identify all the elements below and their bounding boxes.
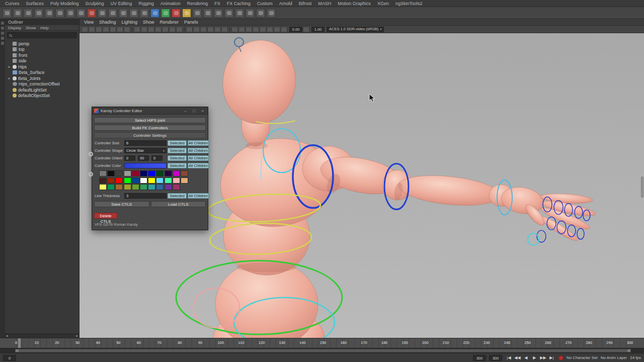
outliner-item-hips[interactable]: ▸Hips [5,64,79,70]
range-slider[interactable] [0,348,644,353]
toolbox-icon[interactable] [1,42,4,45]
exposure-icon[interactable] [281,27,287,32]
exposure-field[interactable]: 0.00 [289,27,302,32]
shelf-tab-custom[interactable]: Custom [257,1,273,6]
safe-action-icon[interactable] [169,27,176,32]
snap-curve-icon[interactable] [76,9,86,18]
outliner-item-persp[interactable]: persp [5,41,79,47]
shelf-tab-sculpting[interactable]: Sculpting [86,1,104,6]
screen-space-ao-icon[interactable] [253,27,259,32]
thickness-all-children-button[interactable]: All Children [188,193,209,199]
timeline-tick[interactable]: 270 [566,340,572,345]
safe-title-icon[interactable] [176,27,183,32]
outliner-hscrollbar[interactable]: ◂ ▸ [5,333,79,338]
nurbs-cube-icon[interactable] [203,9,212,18]
shape-all-children-button[interactable]: All Children [188,148,209,153]
timeline-tick[interactable]: 170 [361,340,367,345]
toolbox-icon[interactable] [1,22,4,25]
shelf-tab-mash[interactable]: MASH [318,1,331,6]
size-selected-button[interactable]: Selected [168,140,187,146]
color-swatch[interactable] [132,177,139,184]
extrude-icon[interactable] [224,9,233,18]
toolbox-icon[interactable] [1,32,4,35]
timeline-tick[interactable]: 10 [34,340,38,345]
film-gate-icon[interactable] [141,27,147,32]
current-frame-marker[interactable] [18,338,21,348]
orient-x-field[interactable]: 0 [124,155,135,161]
shelf-menu-icon[interactable] [3,9,12,18]
timeline-tick[interactable]: 40 [96,340,100,345]
viewport-menu-shading[interactable]: Shading [99,20,116,25]
pan-zoom-icon[interactable] [117,27,123,32]
size-handle-icon[interactable] [89,152,93,156]
use-all-lights-icon[interactable] [238,27,245,32]
timeline-tick[interactable]: 20 [55,340,59,345]
outliner-item-front[interactable]: front [5,52,79,58]
outliner-item-defaultobjectset[interactable]: defaultObjectSet [5,93,79,99]
go-to-start-button[interactable]: |◀ [505,355,513,360]
curve-ep-icon[interactable] [119,9,128,18]
color-swatch[interactable] [140,184,147,190]
animation-end-field[interactable]: 300 [489,355,502,361]
timeline-tick[interactable]: 150 [320,340,327,345]
close-icon[interactable] [199,109,206,113]
character-set-dropdown[interactable]: No Character Set [567,355,598,360]
bevel-icon[interactable] [214,9,223,18]
shelf-tab-animation[interactable]: Animation [160,1,181,6]
timeline-tick[interactable]: 100 [217,340,224,345]
step-back-button[interactable]: ◀◀ [514,355,521,360]
controller-size-field[interactable]: 6 [124,140,167,146]
resolution-gate-icon[interactable] [148,27,154,32]
lasso-tool-icon[interactable] [24,9,33,18]
scroll-left-icon[interactable]: ◂ [6,334,8,338]
shelf-tab-uv-editing[interactable]: UV Editing [111,1,132,6]
outliner-menu-display[interactable]: Display [8,26,21,30]
shelf-tab-fx-caching[interactable]: FX Caching [227,1,251,6]
color-swatch[interactable] [107,170,115,176]
color-swatch[interactable] [115,177,123,184]
multi-cut-icon[interactable] [235,9,244,18]
fps-indicator[interactable]: 24 fps [630,355,641,360]
grease-pencil-icon[interactable] [124,27,130,32]
build-fk-controllers-button[interactable]: Build FK Controllers [94,125,206,131]
outliner-item-hips-correctionoffset[interactable]: Hips_correctionOffset [5,81,79,87]
viewport-menu-view[interactable]: View [84,20,94,25]
default-material-icon[interactable] [231,27,238,32]
color-swatch[interactable] [107,177,115,184]
outliner-item-beta-joints[interactable]: ▸Beta_Joints [5,75,79,81]
timeline-tick[interactable]: 0 [15,340,17,345]
motion-blur-icon[interactable] [260,27,266,32]
viewport-menu-renderer[interactable]: Renderer [159,20,179,25]
isolate-select-icon[interactable] [200,27,207,32]
outliner-search-box[interactable] [7,32,77,38]
color-swatch[interactable] [165,184,172,190]
orient-y-field[interactable]: 90 [138,155,149,161]
timeline-tick[interactable]: 180 [381,340,388,345]
range-slider-bar[interactable] [15,349,631,352]
curve-cv-icon[interactable] [108,9,117,18]
color-swatch[interactable] [148,170,155,176]
pencil-curve-icon[interactable] [129,9,138,18]
thickness-selected-button[interactable]: Selected [168,193,187,199]
color-swatch[interactable] [99,170,107,176]
controller-color-slider[interactable] [124,163,167,168]
orient-z-field[interactable]: 0 [151,155,163,161]
poly-plane-icon[interactable] [182,9,191,18]
bookmark-icon[interactable] [103,27,109,32]
delete-ctls-button[interactable]: Delete CTLS [94,213,117,219]
search-input[interactable] [13,33,75,38]
current-frame-field[interactable]: 0 [3,355,16,361]
timeline-tick[interactable]: 240 [504,340,511,345]
time-slider[interactable]: 0102030405060708090100110120130140150160… [0,338,644,348]
outliner-item-top[interactable]: top [5,47,79,53]
color-swatch[interactable] [148,177,155,184]
shadows-icon[interactable] [246,27,252,32]
color-swatch[interactable] [181,170,188,176]
color-swatch[interactable] [99,177,107,184]
wireframe-on-shaded-icon[interactable] [221,27,228,32]
xray-icon[interactable] [207,27,214,32]
orient-handle-icon[interactable] [89,172,93,176]
poly-sphere-icon[interactable] [150,9,159,18]
expand-arrow-icon[interactable]: ▸ [8,76,11,80]
field-chart-icon[interactable] [162,27,169,32]
